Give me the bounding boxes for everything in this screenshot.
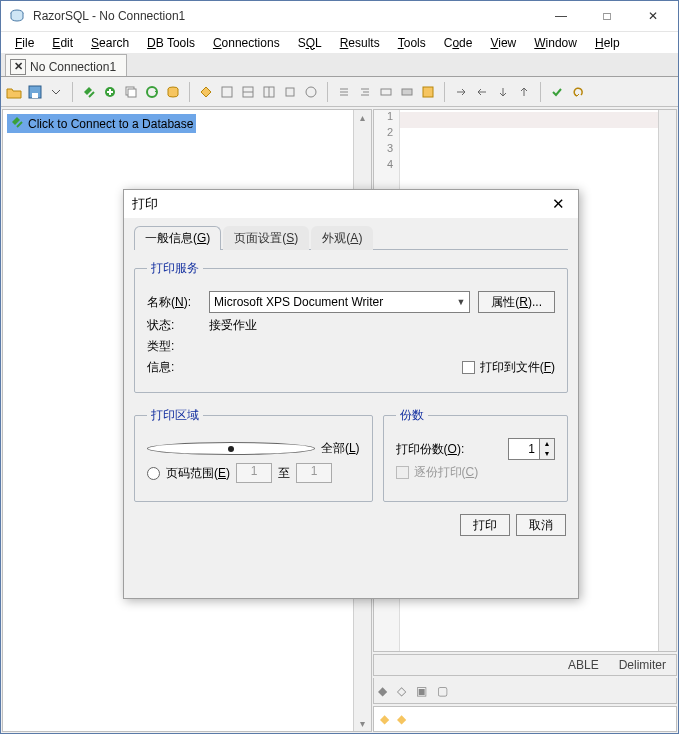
connect-add-icon[interactable] [101, 83, 119, 101]
dialog-tabs: 一般信息(G) 页面设置(S) 外观(A) [134, 226, 568, 250]
range-pages-label: 页码范围(E) [166, 465, 230, 482]
titlebar: RazorSQL - No Connection1 — □ ✕ [1, 1, 678, 31]
arrow-left-icon[interactable] [473, 83, 491, 101]
collate-label: 逐份打印(C) [414, 464, 479, 481]
range-to-input[interactable]: 1 [296, 463, 332, 483]
scroll-down-icon[interactable]: ▾ [354, 718, 371, 729]
range-all-radio[interactable]: 全部(L) [147, 440, 360, 457]
line-number: 4 [374, 158, 399, 174]
print-service-group: 打印服务 名称(N): Microsoft XPS Document Write… [134, 260, 568, 393]
results-toolbar: ◆ ◇ ▣ ▢ [373, 678, 677, 704]
close-button[interactable]: ✕ [630, 1, 676, 31]
doc-tab-1[interactable]: ✕ No Connection1 [5, 54, 127, 76]
copies-spinner[interactable]: 1 ▲ ▼ [508, 438, 555, 460]
tool-g-icon[interactable] [398, 83, 416, 101]
editor-scrollbar[interactable] [658, 110, 676, 651]
copy-icon[interactable] [122, 83, 140, 101]
checkbox-icon [462, 361, 475, 374]
connect-arrow-icon [10, 115, 24, 132]
tab-appearance[interactable]: 外观(A) [311, 226, 373, 250]
save-dropdown-icon[interactable] [47, 83, 65, 101]
radio-icon [147, 442, 315, 455]
menu-results[interactable]: Results [332, 34, 388, 52]
menu-edit[interactable]: Edit [44, 34, 81, 52]
menu-help[interactable]: Help [587, 34, 628, 52]
indent-left-icon[interactable] [335, 83, 353, 101]
tab-general[interactable]: 一般信息(G) [134, 226, 221, 250]
arrow-down-icon[interactable] [494, 83, 512, 101]
results-hdr-a[interactable]: ABLE [568, 658, 599, 672]
tab-label: No Connection1 [30, 60, 116, 74]
current-line-highlight [400, 112, 676, 128]
maximize-button[interactable]: □ [584, 1, 630, 31]
menu-sql[interactable]: SQL [290, 34, 330, 52]
scroll-up-icon[interactable]: ▴ [354, 112, 371, 123]
arrow-up-icon[interactable] [515, 83, 533, 101]
check-icon[interactable] [548, 83, 566, 101]
tool-h-icon[interactable] [419, 83, 437, 101]
arrow-right-icon[interactable] [452, 83, 470, 101]
range-pages-radio[interactable]: 页码范围(E) 1 至 1 [147, 463, 360, 483]
results-tool-icon[interactable]: ▢ [437, 684, 448, 698]
app-icon [9, 8, 25, 24]
print-range-group: 打印区域 全部(L) 页码范围(E) 1 至 1 [134, 407, 373, 502]
connect-icon[interactable] [80, 83, 98, 101]
cancel-button[interactable]: 取消 [516, 514, 566, 536]
menubar: File Edit Search DB Tools Connections SQ… [1, 31, 678, 53]
refresh-icon[interactable] [143, 83, 161, 101]
svg-rect-16 [402, 89, 412, 95]
print-to-file-checkbox[interactable]: 打印到文件(F) [462, 359, 555, 376]
tab-page-setup[interactable]: 页面设置(S) [223, 226, 309, 250]
menu-file[interactable]: File [7, 34, 42, 52]
menu-code[interactable]: Code [436, 34, 481, 52]
tool-e-icon[interactable] [302, 83, 320, 101]
dialog-titlebar: 打印 ✕ [124, 190, 578, 218]
properties-button[interactable]: 属性(R)... [478, 291, 555, 313]
copies-label: 打印份数(O): [396, 441, 465, 458]
dialog-close-button[interactable]: ✕ [546, 192, 570, 216]
db-icon[interactable] [164, 83, 182, 101]
printer-select[interactable]: Microsoft XPS Document Writer ▼ [209, 291, 470, 313]
undo-icon[interactable] [569, 83, 587, 101]
menu-window[interactable]: Window [526, 34, 585, 52]
status-label: 状态: [147, 317, 201, 334]
print-service-legend: 打印服务 [147, 260, 203, 277]
connect-to-db[interactable]: Click to Connect to a Database [7, 114, 196, 133]
menu-view[interactable]: View [482, 34, 524, 52]
spin-down-icon[interactable]: ▼ [540, 449, 554, 459]
svg-rect-15 [381, 89, 391, 95]
results-tool-icon[interactable]: ◆ [378, 684, 387, 698]
status-value: 接受作业 [209, 317, 257, 334]
menu-dbtools[interactable]: DB Tools [139, 34, 203, 52]
svg-rect-8 [222, 87, 232, 97]
svg-rect-2 [32, 93, 38, 98]
tool-a-icon[interactable] [218, 83, 236, 101]
results-tool-icon[interactable]: ◇ [397, 684, 406, 698]
tool-c-icon[interactable] [260, 83, 278, 101]
tool-b-icon[interactable] [239, 83, 257, 101]
range-to-label: 至 [278, 465, 290, 482]
indent-right-icon[interactable] [356, 83, 374, 101]
svg-rect-5 [128, 89, 136, 97]
range-from-input[interactable]: 1 [236, 463, 272, 483]
range-all-label: 全部(L) [321, 440, 360, 457]
print-to-file-label: 打印到文件(F) [480, 359, 555, 376]
window-title: RazorSQL - No Connection1 [33, 9, 538, 23]
tool-f-icon[interactable] [377, 83, 395, 101]
save-icon[interactable] [26, 83, 44, 101]
menu-tools[interactable]: Tools [390, 34, 434, 52]
copies-value: 1 [509, 439, 539, 459]
toolbar [1, 77, 678, 107]
spin-up-icon[interactable]: ▲ [540, 439, 554, 449]
main-window: RazorSQL - No Connection1 — □ ✕ File Edi… [0, 0, 679, 734]
menu-connections[interactable]: Connections [205, 34, 288, 52]
results-hdr-b[interactable]: Delimiter [619, 658, 666, 672]
results-tool-icon[interactable]: ▣ [416, 684, 427, 698]
tool-d-icon[interactable] [281, 83, 299, 101]
minimize-button[interactable]: — [538, 1, 584, 31]
print-button[interactable]: 打印 [460, 514, 510, 536]
open-icon[interactable] [5, 83, 23, 101]
menu-search[interactable]: Search [83, 34, 137, 52]
tab-close-icon[interactable]: ✕ [10, 59, 26, 75]
execute-icon[interactable] [197, 83, 215, 101]
